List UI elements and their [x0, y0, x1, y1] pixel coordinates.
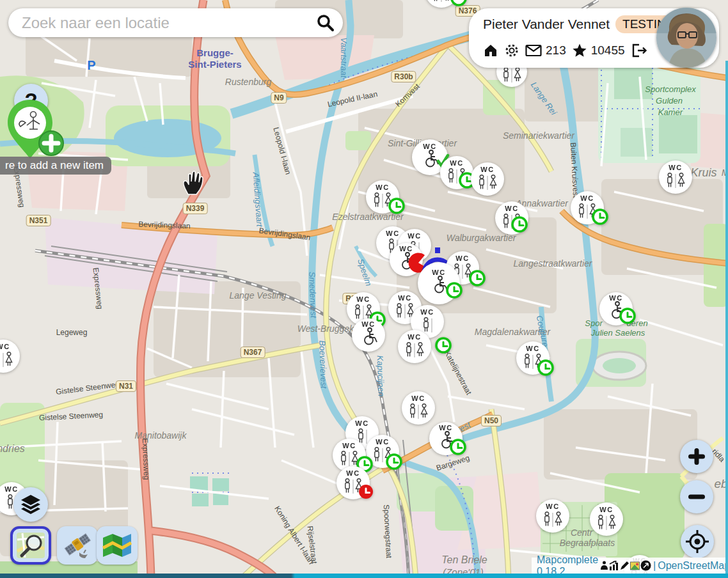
user-icon-row: 213 10455	[483, 43, 647, 58]
map-marker-wc[interactable]: WC	[352, 318, 385, 352]
attribution-separator: |	[653, 560, 656, 572]
map-marker-wc[interactable]: WC	[429, 422, 465, 455]
basemap-option-osm-selected[interactable]	[10, 526, 51, 565]
svg-text:WC: WC	[361, 320, 375, 328]
svg-text:WC: WC	[420, 308, 434, 316]
svg-text:WC: WC	[526, 345, 539, 352]
attribution-bar: Mapcomplete 0.18.2 | OpenStreetMap	[532, 558, 728, 574]
svg-text:WC: WC	[408, 232, 421, 240]
map-marker-wc[interactable]: WC	[440, 156, 474, 189]
mapcomplete-app: Brugge-Sint-PietersPRustenburgSeminariek…	[0, 0, 728, 578]
map-marker-wc[interactable]: WC	[599, 292, 635, 325]
map-marker-wc[interactable]: WC	[398, 330, 450, 363]
user-name: Pieter Vander Vennet	[483, 17, 610, 32]
svg-text:WC: WC	[356, 295, 370, 303]
message-count: 213	[546, 43, 566, 58]
svg-text:WC: WC	[4, 485, 18, 493]
svg-text:WC: WC	[439, 424, 452, 432]
mail-icon[interactable]	[525, 43, 542, 58]
add-new-item-pin[interactable]	[1, 97, 73, 166]
crosshair-icon	[684, 529, 710, 554]
svg-text:WC: WC	[546, 503, 559, 510]
search-bar	[8, 8, 343, 37]
svg-text:WC: WC	[450, 159, 463, 167]
svg-text:WC: WC	[599, 506, 613, 513]
search-input[interactable]	[20, 13, 315, 33]
svg-text:WC: WC	[355, 419, 368, 427]
zoom-in-button[interactable]	[680, 440, 713, 473]
minus-icon	[686, 486, 708, 508]
svg-text:WC: WC	[411, 394, 425, 402]
satellite-icon	[62, 531, 93, 559]
avatar[interactable]	[656, 8, 716, 68]
edit-pencil-icon[interactable]	[620, 561, 629, 570]
svg-text:WC: WC	[342, 442, 356, 449]
geolocate-button[interactable]	[681, 525, 714, 558]
map-markers-layer: WC WC WC WC WC WC WC WC WC	[0, 0, 728, 578]
folded-map-icon	[102, 533, 132, 558]
search-icon[interactable]	[315, 13, 335, 33]
map-marker-wc[interactable]: WC	[516, 341, 553, 375]
home-icon[interactable]	[483, 43, 498, 58]
map-marker-wc[interactable]: WC	[366, 180, 404, 214]
layers-button[interactable]	[13, 487, 48, 522]
svg-text:WC: WC	[386, 230, 399, 237]
svg-text:WC: WC	[376, 438, 389, 446]
map-marker-wc[interactable]: WC	[590, 503, 623, 536]
map-marker-wc[interactable]: WC	[495, 201, 528, 235]
theme-thumbnail-icon[interactable]	[630, 561, 640, 570]
map-marker-wc[interactable]: WC	[536, 499, 569, 533]
svg-text:WC: WC	[408, 333, 421, 341]
map-marker-wc[interactable]: WC	[571, 191, 607, 224]
bottom-progress-strip	[0, 574, 728, 578]
map-marker-wc[interactable]: WC	[659, 160, 692, 194]
statistics-icon[interactable]	[609, 561, 619, 570]
attribution-arrow-icon[interactable]	[640, 560, 651, 571]
right-edge-canal	[725, 61, 728, 578]
layers-icon	[19, 492, 43, 517]
map-marker-wc[interactable]: WC	[425, 0, 466, 8]
logout-icon[interactable]	[631, 43, 647, 58]
map-marker-wc[interactable]: WC	[402, 391, 435, 425]
star-icon[interactable]	[572, 43, 587, 58]
attribution-icons	[600, 560, 651, 571]
svg-text:WC: WC	[0, 343, 10, 350]
svg-text:WC: WC	[376, 184, 389, 191]
svg-text:WC: WC	[399, 245, 413, 253]
hand-cursor-icon	[181, 169, 204, 196]
basemap-option-satellite[interactable]	[57, 526, 98, 565]
star-count: 10455	[591, 43, 625, 58]
map-marker-wc[interactable]: WC	[0, 340, 20, 373]
svg-text:WC: WC	[455, 254, 469, 262]
svg-text:WC: WC	[346, 469, 360, 477]
svg-text:WC: WC	[398, 294, 411, 302]
openstreetmap-link[interactable]: OpenStreetMap	[658, 560, 728, 572]
svg-text:WC: WC	[423, 143, 436, 150]
osm-map-icon	[16, 532, 45, 559]
gear-icon[interactable]	[504, 43, 519, 58]
map-marker-wc[interactable]: WC	[471, 162, 504, 196]
basemap-option-map[interactable]	[97, 526, 138, 565]
plus-icon	[686, 446, 708, 467]
svg-text:WC: WC	[669, 164, 682, 171]
svg-text:WC: WC	[580, 194, 594, 202]
svg-text:WC: WC	[505, 205, 518, 212]
zoom-out-button[interactable]	[680, 480, 713, 513]
svg-text:WC: WC	[480, 166, 494, 173]
svg-text:WC: WC	[609, 294, 622, 302]
contributor-icon[interactable]	[600, 561, 608, 570]
add-item-tooltip: re to add a new item	[0, 157, 111, 175]
user-name-row: Pieter Vander Vennet TESTING	[483, 15, 682, 33]
svg-text:WC: WC	[432, 269, 445, 276]
